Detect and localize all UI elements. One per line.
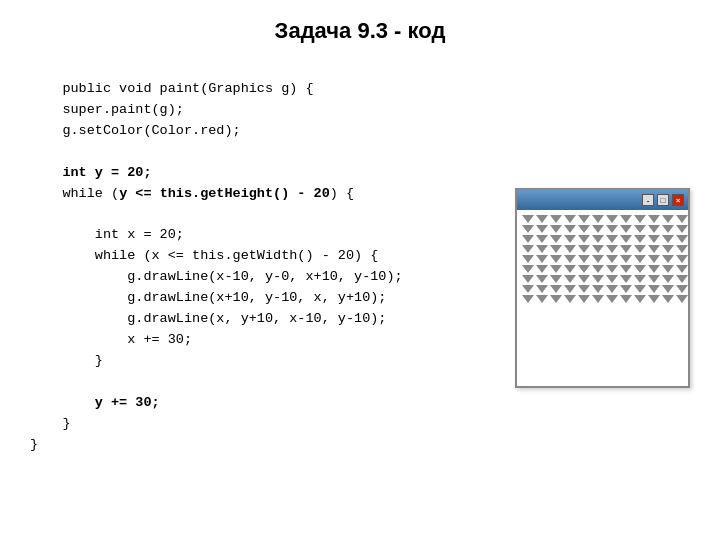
triangle-icon (634, 245, 646, 253)
triangle-icon (606, 235, 618, 243)
triangle-icon (648, 215, 660, 223)
triangle-icon (648, 235, 660, 243)
triangle-icon (634, 285, 646, 293)
triangle-icon (592, 265, 604, 273)
triangle-icon (564, 295, 576, 303)
triangle-icon (536, 295, 548, 303)
triangle-icon (634, 275, 646, 283)
triangle-icon (676, 295, 688, 303)
triangle-icon (620, 235, 632, 243)
triangle-icon (676, 235, 688, 243)
triangle-icon (592, 285, 604, 293)
triangle-icon (620, 295, 632, 303)
triangle-icon (648, 275, 660, 283)
triangle-icon (522, 255, 534, 263)
triangle-icon (620, 215, 632, 223)
triangle-icon (550, 225, 562, 233)
triangle-icon (550, 215, 562, 223)
triangle-icon (662, 295, 674, 303)
triangle-icon (662, 285, 674, 293)
triangle-icon (606, 275, 618, 283)
triangle-icon (522, 265, 534, 273)
triangle-icon (578, 285, 590, 293)
triangle-icon (648, 255, 660, 263)
maximize-button[interactable]: □ (657, 194, 669, 206)
triangle-icon (536, 225, 548, 233)
triangle-icon (648, 265, 660, 273)
triangle-icon (634, 235, 646, 243)
triangle-icon (550, 285, 562, 293)
window-canvas (517, 210, 688, 386)
triangle-icon (662, 275, 674, 283)
triangle-icon (592, 295, 604, 303)
triangle-icon (564, 235, 576, 243)
triangle-icon (536, 285, 548, 293)
triangle-icon (662, 265, 674, 273)
triangle-icon (536, 275, 548, 283)
triangle-icon (578, 225, 590, 233)
triangle-icon (578, 255, 590, 263)
triangle-icon (620, 285, 632, 293)
triangle-icon (522, 275, 534, 283)
triangle-icon (606, 265, 618, 273)
triangle-icon (634, 225, 646, 233)
triangle-icon (522, 225, 534, 233)
triangle-icon (606, 215, 618, 223)
triangle-icon (648, 245, 660, 253)
close-button[interactable]: × (672, 194, 684, 206)
triangle-icon (676, 255, 688, 263)
triangle-icon (564, 255, 576, 263)
triangle-icon (634, 255, 646, 263)
triangle-icon (662, 245, 674, 253)
triangle-icon (606, 225, 618, 233)
minimize-button[interactable]: - (642, 194, 654, 206)
triangle-icon (536, 235, 548, 243)
triangle-icon (606, 295, 618, 303)
triangle-icon (620, 265, 632, 273)
code-line-1: public void paint(Graphics g) { super.pa… (30, 81, 403, 452)
triangle-icon (550, 245, 562, 253)
triangle-icon (564, 265, 576, 273)
triangle-icon (648, 285, 660, 293)
triangle-icon (578, 265, 590, 273)
triangle-icon (550, 275, 562, 283)
triangle-icon (522, 235, 534, 243)
triangle-icon (648, 295, 660, 303)
triangle-icon (662, 215, 674, 223)
triangle-icon (564, 245, 576, 253)
triangle-icon (564, 275, 576, 283)
triangle-icon (550, 265, 562, 273)
triangle-icon (550, 295, 562, 303)
triangle-icon (522, 295, 534, 303)
triangle-icon (676, 275, 688, 283)
triangle-icon (662, 225, 674, 233)
triangle-icon (578, 275, 590, 283)
triangle-icon (592, 235, 604, 243)
triangle-icon (578, 245, 590, 253)
triangle-icon (522, 215, 534, 223)
triangle-icon (522, 285, 534, 293)
triangle-icon (550, 255, 562, 263)
triangle-icon (592, 215, 604, 223)
triangle-icon (676, 245, 688, 253)
triangle-icon (620, 225, 632, 233)
page-title: Задача 9.3 - код (0, 0, 720, 58)
triangle-icon (578, 215, 590, 223)
triangle-icon (536, 265, 548, 273)
triangle-icon (634, 265, 646, 273)
triangle-icon (536, 245, 548, 253)
triangle-icon (592, 255, 604, 263)
triangle-icon (592, 275, 604, 283)
triangle-icon (676, 225, 688, 233)
triangle-icon (592, 245, 604, 253)
triangle-icon (592, 225, 604, 233)
triangle-icon (634, 295, 646, 303)
triangle-icon (564, 215, 576, 223)
triangle-icon (662, 235, 674, 243)
code-block: public void paint(Graphics g) { super.pa… (30, 58, 505, 476)
triangle-icon (564, 285, 576, 293)
triangle-icon (564, 225, 576, 233)
triangle-icon (606, 245, 618, 253)
triangle-icon (634, 215, 646, 223)
triangle-icon (648, 225, 660, 233)
